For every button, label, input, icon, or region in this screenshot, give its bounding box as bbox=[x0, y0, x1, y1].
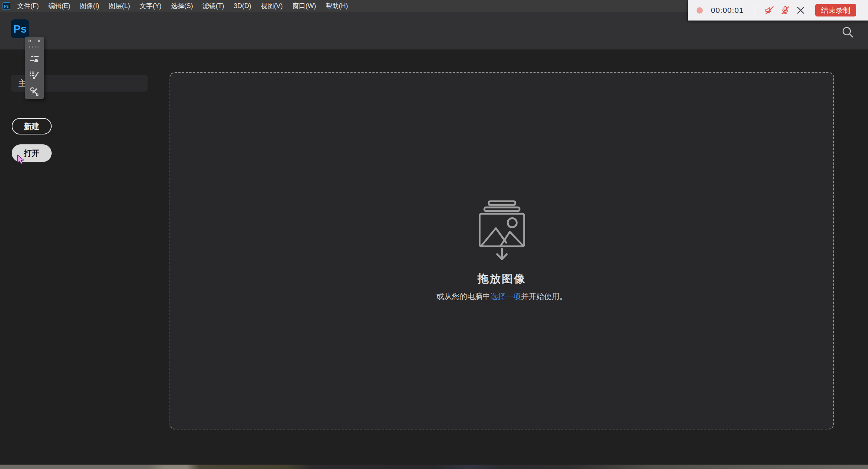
recording-dot bbox=[697, 7, 703, 14]
drop-image-icon bbox=[472, 200, 532, 262]
recording-toolbar: 00:00:01 结束录制 bbox=[688, 0, 868, 21]
divider bbox=[755, 5, 755, 15]
menu-edit[interactable]: 编辑(E) bbox=[44, 0, 75, 12]
dropzone-subtitle-prefix: 或从您的电脑中 bbox=[437, 292, 490, 300]
stop-recording-button[interactable]: 结束录制 bbox=[815, 4, 856, 16]
photoshop-window: Ps 文件(F) 编辑(E) 图像(I) 图层(L) 文字(Y) 选择(S) 滤… bbox=[0, 0, 868, 469]
search-icon[interactable] bbox=[841, 25, 855, 40]
dropzone-subtitle: 或从您的电脑中选择一项并开始使用。 bbox=[437, 291, 567, 302]
close-panel-icon[interactable]: ✕ bbox=[37, 38, 41, 44]
panel-icon-list bbox=[29, 53, 40, 97]
menu-window[interactable]: 窗口(W) bbox=[288, 0, 321, 12]
new-button[interactable]: 新建 bbox=[12, 118, 52, 134]
menu-filter[interactable]: 滤镜(T) bbox=[198, 0, 229, 12]
menu-image[interactable]: 图像(I) bbox=[75, 0, 104, 12]
floating-panel: » ✕ bbox=[25, 37, 44, 99]
menu-3d[interactable]: 3D(D) bbox=[229, 0, 256, 12]
tool-presets-icon[interactable] bbox=[29, 86, 40, 97]
desktop-taskbar-sliver bbox=[0, 465, 868, 469]
mic-muted-icon[interactable] bbox=[780, 5, 790, 15]
choose-file-link[interactable]: 选择一项 bbox=[490, 292, 521, 300]
floating-panel-header: » ✕ bbox=[25, 37, 44, 45]
menu-view[interactable]: 视图(V) bbox=[256, 0, 288, 12]
menu-select[interactable]: 选择(S) bbox=[166, 0, 198, 12]
mouse-cursor bbox=[16, 155, 26, 166]
dropzone-subtitle-suffix: 并开始使用。 bbox=[521, 292, 567, 300]
menu-layer[interactable]: 图层(L) bbox=[104, 0, 135, 12]
recording-timer: 00:00:01 bbox=[711, 6, 744, 15]
dropzone[interactable]: 拖放图像 或从您的电脑中选择一项并开始使用。 bbox=[170, 72, 834, 429]
dropzone-title: 拖放图像 bbox=[478, 272, 526, 287]
close-recorder-icon[interactable] bbox=[796, 6, 805, 15]
brushes-icon[interactable] bbox=[29, 53, 40, 64]
menu-help[interactable]: 帮助(H) bbox=[321, 0, 353, 12]
speaker-muted-icon[interactable] bbox=[765, 5, 774, 15]
photoshop-app-icon: Ps bbox=[3, 2, 10, 10]
menu-type[interactable]: 文字(Y) bbox=[135, 0, 166, 12]
menu-file[interactable]: 文件(F) bbox=[12, 0, 44, 12]
expand-panel-icon[interactable]: » bbox=[28, 37, 31, 44]
panel-drag-grip[interactable] bbox=[29, 46, 40, 48]
brush-settings-icon[interactable] bbox=[29, 70, 40, 80]
photoshop-logo: Ps bbox=[11, 19, 29, 38]
